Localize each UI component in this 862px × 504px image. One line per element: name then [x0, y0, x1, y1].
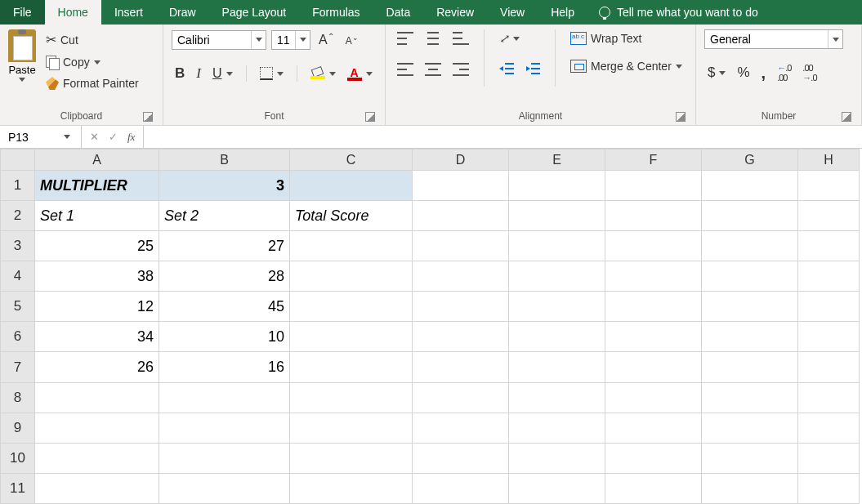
- row-header-1[interactable]: 1: [1, 171, 35, 201]
- row-header-4[interactable]: 4: [1, 261, 35, 292]
- cell-H9[interactable]: [798, 413, 860, 443]
- cell-D5[interactable]: [413, 292, 509, 322]
- cell-H7[interactable]: [798, 352, 860, 382]
- shrink-font-button[interactable]: A⌄: [342, 31, 362, 49]
- cell-G9[interactable]: [702, 413, 798, 443]
- row-header-6[interactable]: 6: [1, 322, 35, 352]
- cell-F10[interactable]: [605, 443, 702, 473]
- cell-B8[interactable]: [159, 382, 290, 413]
- align-center-button[interactable]: [422, 60, 444, 78]
- cell-G7[interactable]: [702, 352, 798, 382]
- cell-B6[interactable]: 10: [159, 322, 290, 352]
- cell-B10[interactable]: [159, 443, 290, 473]
- cell-D11[interactable]: [413, 473, 509, 503]
- cell-H6[interactable]: [798, 322, 860, 352]
- row-header-8[interactable]: 8: [1, 382, 35, 413]
- cell-B11[interactable]: [159, 473, 290, 503]
- cell-G3[interactable]: [702, 231, 798, 261]
- cell-F4[interactable]: [605, 261, 702, 292]
- tab-page-layout[interactable]: Page Layout: [209, 0, 300, 25]
- cell-D10[interactable]: [413, 443, 509, 473]
- row-header-11[interactable]: 11: [1, 473, 35, 503]
- cell-A10[interactable]: [35, 443, 159, 473]
- tab-draw[interactable]: Draw: [156, 0, 209, 25]
- cell-B1[interactable]: 3: [159, 171, 290, 201]
- cell-B9[interactable]: [159, 413, 290, 443]
- cell-H5[interactable]: [798, 292, 860, 322]
- dialog-launcher-icon[interactable]: [842, 112, 851, 122]
- paste-button[interactable]: Paste: [8, 29, 36, 82]
- cell-F8[interactable]: [605, 382, 702, 413]
- cell-E7[interactable]: [509, 352, 605, 382]
- name-box-input[interactable]: [7, 130, 64, 145]
- dialog-launcher-icon[interactable]: [676, 112, 686, 122]
- cell-G10[interactable]: [702, 443, 798, 473]
- increase-decimal-button[interactable]: ←.0.00: [774, 60, 794, 85]
- cell-F7[interactable]: [605, 352, 702, 382]
- cell-C1[interactable]: [290, 171, 413, 201]
- cell-A3[interactable]: 25: [35, 231, 159, 261]
- font-name-input[interactable]: [172, 31, 251, 49]
- col-header-D[interactable]: D: [413, 149, 509, 171]
- cell-E8[interactable]: [509, 382, 605, 413]
- italic-button[interactable]: I: [193, 63, 204, 84]
- cell-B5[interactable]: 45: [159, 292, 290, 322]
- cell-B2[interactable]: Set 2: [159, 201, 290, 231]
- name-box[interactable]: [0, 126, 82, 148]
- cell-G11[interactable]: [702, 473, 798, 503]
- cell-B7[interactable]: 16: [159, 352, 290, 382]
- col-header-H[interactable]: H: [798, 149, 860, 171]
- cell-F11[interactable]: [605, 473, 702, 503]
- cell-H2[interactable]: [798, 201, 860, 231]
- merge-center-button[interactable]: Merge & Center: [567, 57, 686, 75]
- orientation-button[interactable]: ⤢ab: [496, 29, 523, 47]
- number-format-input[interactable]: [705, 30, 828, 48]
- cell-E5[interactable]: [509, 292, 605, 322]
- cell-E11[interactable]: [509, 473, 605, 503]
- tab-view[interactable]: View: [487, 0, 538, 25]
- increase-indent-button[interactable]: [522, 60, 543, 77]
- cell-H1[interactable]: [798, 171, 860, 201]
- bold-button[interactable]: B: [172, 63, 188, 84]
- cell-F1[interactable]: [605, 171, 702, 201]
- cell-H3[interactable]: [798, 231, 860, 261]
- tab-help[interactable]: Help: [538, 0, 587, 25]
- row-header-3[interactable]: 3: [1, 231, 35, 261]
- row-header-5[interactable]: 5: [1, 292, 35, 322]
- cell-H4[interactable]: [798, 261, 860, 292]
- cell-E10[interactable]: [509, 443, 605, 473]
- percent-format-button[interactable]: %: [734, 62, 753, 83]
- col-header-B[interactable]: B: [159, 149, 290, 171]
- cell-E1[interactable]: [509, 171, 605, 201]
- align-left-button[interactable]: [394, 60, 417, 78]
- grow-font-button[interactable]: A⌃: [315, 29, 337, 50]
- tab-data[interactable]: Data: [373, 0, 424, 25]
- cell-E3[interactable]: [509, 231, 605, 261]
- fill-color-button[interactable]: [307, 65, 339, 82]
- cell-E6[interactable]: [509, 322, 605, 352]
- dialog-launcher-icon[interactable]: [365, 112, 375, 122]
- cell-A8[interactable]: [35, 382, 159, 413]
- cells-grid[interactable]: A B C D E F G H 1 MULTIPLIER 3 2 Set 1 S…: [0, 149, 860, 504]
- borders-button[interactable]: [257, 65, 287, 83]
- cell-D3[interactable]: [413, 231, 509, 261]
- cell-D8[interactable]: [413, 382, 509, 413]
- cell-D6[interactable]: [413, 322, 509, 352]
- dialog-launcher-icon[interactable]: [143, 112, 153, 122]
- row-header-7[interactable]: 7: [1, 352, 35, 382]
- cell-C3[interactable]: [290, 231, 413, 261]
- cell-D1[interactable]: [413, 171, 509, 201]
- cell-A5[interactable]: 12: [35, 292, 159, 322]
- cell-H11[interactable]: [798, 473, 860, 503]
- cell-C11[interactable]: [290, 473, 413, 503]
- decrease-decimal-button[interactable]: .00→.0: [799, 60, 820, 85]
- cell-A6[interactable]: 34: [35, 322, 159, 352]
- cell-B3[interactable]: 27: [159, 231, 290, 261]
- cell-C6[interactable]: [290, 322, 413, 352]
- cell-A2[interactable]: Set 1: [35, 201, 159, 231]
- decrease-indent-button[interactable]: [496, 60, 517, 77]
- cell-B4[interactable]: 28: [159, 261, 290, 292]
- tab-file[interactable]: File: [0, 0, 45, 25]
- tell-me[interactable]: Tell me what you want to do: [587, 0, 770, 25]
- align-right-button[interactable]: [449, 60, 472, 78]
